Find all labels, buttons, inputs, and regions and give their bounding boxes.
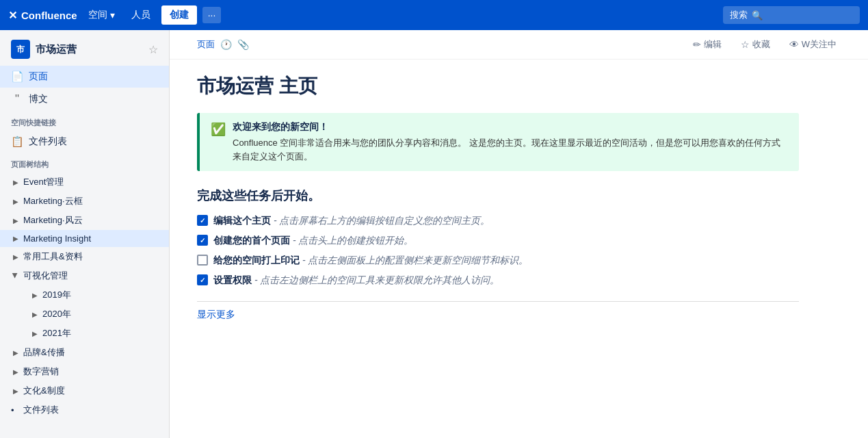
info-box-title: 欢迎来到您的新空间！ bbox=[233, 121, 788, 133]
chevron-icon: ▶ bbox=[30, 328, 40, 338]
task-desc-edit: - 点击屏幕右上方的编辑按钮自定义您的空间主页。 bbox=[271, 215, 490, 226]
task-item-edit-homepage: ✓ 编辑这个主页 - 点击屏幕右上方的编辑按钮自定义您的空间主页。 bbox=[197, 214, 799, 228]
info-box-text: Confluence 空间非常适合用来与您的团队分享内容和消息。 这是您的主页。… bbox=[233, 136, 788, 163]
space-logo: 市 bbox=[11, 40, 30, 59]
spaces-menu[interactable]: 空间 ▾ bbox=[83, 6, 120, 24]
more-button[interactable]: ··· bbox=[202, 7, 222, 23]
tree-common-tools-label: 常用工具&资料 bbox=[23, 250, 83, 263]
checkmark-icon: ✅ bbox=[211, 122, 226, 137]
task-strong-create: 创建您的首个页面 bbox=[213, 235, 290, 246]
sidebar-item-blog[interactable]: " 博文 bbox=[0, 88, 169, 111]
show-more-bar: 显示更多 bbox=[197, 301, 799, 321]
info-box-content: 欢迎来到您的新空间！ Confluence 空间非常适合用来与您的团队分享内容和… bbox=[233, 121, 788, 163]
confluence-logo[interactable]: ✕ Confluence bbox=[8, 9, 77, 22]
chevron-icon: ▶ bbox=[30, 290, 40, 300]
task-checkbox-edit[interactable]: ✓ bbox=[197, 215, 208, 226]
chevron-icon: ▶ bbox=[11, 252, 21, 261]
sidebar-blog-label: 博文 bbox=[29, 93, 48, 105]
sidebar-item-file-list[interactable]: • 文件列表 bbox=[0, 400, 169, 420]
breadcrumb-pages-link[interactable]: 页面 bbox=[197, 38, 215, 51]
chevron-icon: ▶ bbox=[11, 386, 21, 396]
chevron-icon: ▶ bbox=[11, 216, 21, 225]
task-text-create: 创建您的首个页面 - 点击头上的创建按钮开始。 bbox=[213, 233, 413, 248]
x-icon: ✕ bbox=[8, 9, 17, 22]
tree-marketing-wind-label: Marketing·风云 bbox=[23, 214, 83, 227]
chevron-icon: ▶ bbox=[11, 348, 21, 357]
chevron-down-icon: ▾ bbox=[110, 10, 115, 21]
checkmark: ✓ bbox=[200, 275, 205, 285]
task-text-edit: 编辑这个主页 - 点击屏幕右上方的编辑按钮自定义您的空间主页。 bbox=[213, 214, 490, 228]
chevron-icon: ▶ bbox=[11, 177, 21, 187]
info-box: ✅ 欢迎来到您的新空间！ Confluence 空间非常适合用来与您的团队分享内… bbox=[197, 113, 799, 171]
tree-brand-label: 品牌&传播 bbox=[23, 346, 65, 359]
sidebar-pages-label: 页面 bbox=[29, 70, 48, 83]
task-text-permissions: 设置权限 - 点击左边侧栏上的空间工具来更新权限允许其他人访问。 bbox=[213, 273, 499, 287]
sidebar-item-files[interactable]: 📋 文件列表 bbox=[0, 131, 169, 153]
restore-icon[interactable]: 🕐 bbox=[220, 39, 232, 50]
sidebar-item-2021[interactable]: ▶ 2021年 bbox=[0, 324, 169, 343]
tree-2021-label: 2021年 bbox=[42, 327, 71, 339]
tree-culture-label: 文化&制度 bbox=[23, 385, 65, 397]
star-space-button[interactable]: ☆ bbox=[148, 43, 158, 56]
task-list: ✓ 编辑这个主页 - 点击屏幕右上方的编辑按钮自定义您的空间主页。 ✓ 创建您的… bbox=[197, 214, 799, 287]
checkmark: ✓ bbox=[200, 235, 205, 246]
sidebar-item-brand[interactable]: ▶ 品牌&传播 bbox=[0, 343, 169, 362]
main-layout: 市 市场运营 ☆ 📄 页面 " 博文 空间快捷链接 📋 文件列表 页面树结构 ▶… bbox=[0, 30, 868, 438]
task-checkbox-create[interactable]: ✓ bbox=[197, 235, 208, 246]
files-icon: 📋 bbox=[11, 136, 23, 148]
task-text-print: 给您的空间打上印记 - 点击左侧面板上的配置侧栏来更新空间细节和标识。 bbox=[213, 253, 528, 268]
breadcrumb: 页面 🕐 📎 bbox=[197, 38, 249, 51]
sidebar-item-pages[interactable]: 📄 页面 bbox=[0, 66, 169, 88]
sidebar-item-marketing-insight[interactable]: ▶ Marketing Insight bbox=[0, 230, 169, 247]
sidebar-item-marketing-wind[interactable]: ▶ Marketing·风云 bbox=[0, 211, 169, 230]
sidebar-item-2019[interactable]: ▶ 2019年 bbox=[0, 285, 169, 305]
task-strong-edit: 编辑这个主页 bbox=[213, 215, 271, 226]
main-content: 页面 🕐 📎 ✏ 编辑 ☆ 收藏 👁 W关注中 bbox=[170, 30, 868, 438]
task-item-print-logo: 给您的空间打上印记 - 点击左侧面板上的配置侧栏来更新空间细节和标识。 bbox=[197, 253, 799, 268]
tree-label: 页面树结构 bbox=[0, 153, 169, 172]
space-title: 市场运营 bbox=[36, 43, 143, 56]
task-strong-permissions: 设置权限 bbox=[213, 274, 252, 285]
sidebar-item-event[interactable]: ▶ Event管理 bbox=[0, 172, 169, 192]
bullet-icon: • bbox=[11, 405, 21, 415]
tree-marketing-insight-label: Marketing Insight bbox=[23, 233, 91, 244]
task-checkbox-print[interactable] bbox=[197, 255, 208, 266]
star-button[interactable]: ☆ 收藏 bbox=[737, 36, 774, 53]
tree-marketing-cloud-label: Marketing·云框 bbox=[23, 195, 83, 207]
create-button[interactable]: 创建 bbox=[161, 5, 197, 25]
tree-file-list-label: 文件列表 bbox=[23, 404, 59, 416]
task-desc-create: - 点击头上的创建按钮开始。 bbox=[290, 235, 413, 246]
watch-button[interactable]: 👁 W关注中 bbox=[785, 36, 841, 53]
sidebar-item-visualization[interactable]: ▶ 可视化管理 bbox=[0, 266, 169, 285]
edit-button[interactable]: ✏ 编辑 bbox=[689, 36, 726, 53]
show-more-link[interactable]: 显示更多 bbox=[197, 309, 235, 320]
top-navigation: ✕ Confluence 空间 ▾ 人员 创建 ··· 搜索 🔍 bbox=[0, 0, 868, 30]
page-content: 市场运营 主页 ✅ 欢迎来到您的新空间！ Confluence 空间非常适合用来… bbox=[170, 60, 826, 348]
tree-event-label: Event管理 bbox=[23, 176, 64, 188]
pages-icon: 📄 bbox=[11, 70, 23, 83]
search-text: 搜索 bbox=[730, 9, 748, 21]
blog-icon: " bbox=[11, 92, 23, 106]
attachment-icon[interactable]: 📎 bbox=[237, 39, 249, 50]
search-bar[interactable]: 搜索 🔍 bbox=[723, 6, 860, 24]
tree-2019-label: 2019年 bbox=[42, 289, 71, 301]
sidebar-item-culture[interactable]: ▶ 文化&制度 bbox=[0, 381, 169, 400]
chevron-icon: ▶ bbox=[11, 271, 21, 281]
checkmark: ✓ bbox=[200, 216, 205, 226]
search-icon: 🔍 bbox=[752, 10, 763, 21]
tree-2020-label: 2020年 bbox=[42, 308, 71, 320]
sidebar-item-digital[interactable]: ▶ 数字营销 bbox=[0, 362, 169, 381]
task-checkbox-permissions[interactable]: ✓ bbox=[197, 274, 208, 285]
watch-icon: 👁 bbox=[789, 39, 799, 50]
page-title: 市场运营 主页 bbox=[197, 73, 799, 99]
sidebar-item-common-tools[interactable]: ▶ 常用工具&资料 bbox=[0, 247, 169, 266]
sidebar-item-marketing-cloud[interactable]: ▶ Marketing·云框 bbox=[0, 192, 169, 211]
people-menu[interactable]: 人员 bbox=[126, 6, 156, 24]
tree-visualization-label: 可视化管理 bbox=[23, 270, 68, 282]
task-strong-print: 给您的空间打上印记 bbox=[213, 255, 300, 266]
action-buttons: ✏ 编辑 ☆ 收藏 👁 W关注中 bbox=[689, 36, 841, 53]
sidebar-item-2020[interactable]: ▶ 2020年 bbox=[0, 305, 169, 324]
sidebar-files-label: 文件列表 bbox=[29, 136, 67, 148]
chevron-icon: ▶ bbox=[30, 309, 40, 319]
task-desc-print: - 点击左侧面板上的配置侧栏来更新空间细节和标识。 bbox=[300, 255, 528, 266]
